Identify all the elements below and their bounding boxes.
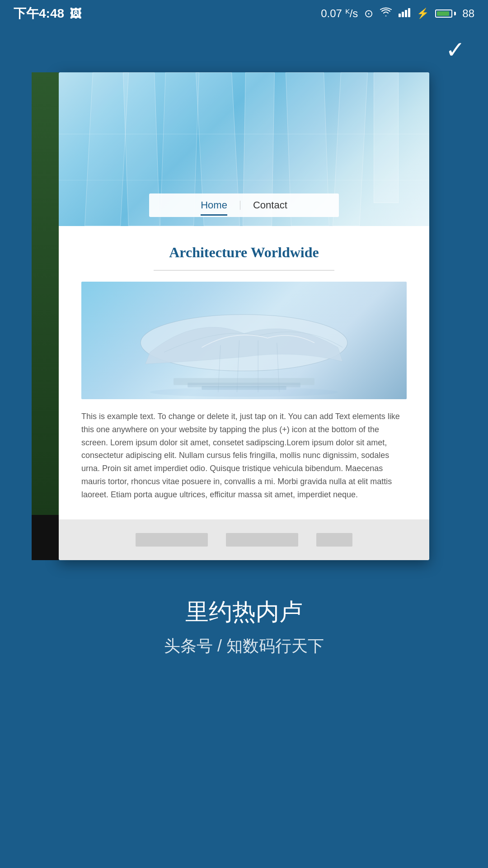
battery-level: 88 <box>462 7 474 20</box>
status-bar: 下午4:48 🖼 0.07 ᴷ/s ⊙ ⚡ <box>0 0 488 27</box>
chinese-title: 里约热内卢 <box>164 596 324 628</box>
left-strip <box>32 72 59 560</box>
footer-block-1 <box>136 533 208 547</box>
strip-top <box>32 72 59 515</box>
nav-contact[interactable]: Contact <box>240 196 300 215</box>
architecture-image <box>81 282 407 399</box>
time-display: 下午4:48 <box>14 5 64 22</box>
status-right: 0.07 ᴷ/s ⊙ ⚡ 88 <box>321 7 474 20</box>
confirm-button[interactable]: ✓ <box>446 36 465 63</box>
bottom-text-area: 里约热内卢 头条号 / 知数码行天下 <box>164 596 324 657</box>
svg-rect-2 <box>405 10 407 17</box>
preview-content: Architecture Worldwide <box>59 226 429 519</box>
speed-display: 0.07 ᴷ/s <box>321 7 358 20</box>
strip-bottom <box>32 515 59 560</box>
preview-footer <box>59 519 429 560</box>
image-icon: 🖼 <box>70 7 81 21</box>
building-svg <box>106 305 382 399</box>
footer-block-3 <box>316 533 352 547</box>
preview-nav: Home Contact <box>149 193 339 217</box>
bolt-icon: ⚡ <box>417 8 429 19</box>
preview-card: Home Contact Architecture Worldwide <box>59 72 429 560</box>
svg-rect-1 <box>402 12 404 17</box>
preview-wrapper: Home Contact Architecture Worldwide <box>59 72 429 560</box>
battery-indicator <box>435 9 456 18</box>
wifi-icon <box>380 7 392 20</box>
signal-icon <box>399 7 410 20</box>
clock-icon: ⊙ <box>364 7 373 20</box>
preview-body-text: This is example text. To change or delet… <box>81 410 407 501</box>
main-area: Home Contact Architecture Worldwide <box>0 27 488 868</box>
svg-rect-0 <box>399 14 401 17</box>
preview-divider <box>154 270 334 271</box>
preview-title: Architecture Worldwide <box>81 244 407 261</box>
svg-point-13 <box>150 387 338 397</box>
chinese-subtitle: 头条号 / 知数码行天下 <box>164 635 324 657</box>
nav-home[interactable]: Home <box>188 196 240 215</box>
footer-block-2 <box>226 533 298 547</box>
preview-hero: Home Contact <box>59 72 429 226</box>
status-left: 下午4:48 🖼 <box>14 5 81 22</box>
svg-rect-3 <box>408 8 410 17</box>
